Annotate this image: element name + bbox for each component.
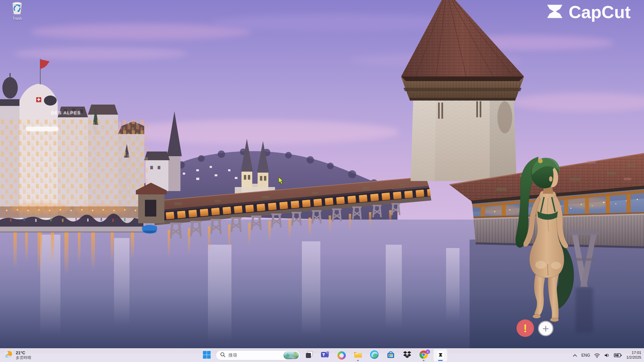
character-hair-tie (538, 159, 543, 163)
search-icon (220, 352, 226, 359)
taskbar-app-microsoft-store[interactable] (384, 349, 397, 361)
add-glyph: + (542, 323, 549, 334)
task-view-button[interactable] (303, 349, 315, 361)
search-daily-image (283, 351, 299, 359)
taskbar-app-dropbox[interactable] (400, 349, 414, 361)
capcut-watermark-text: CapCut (569, 2, 631, 22)
tray-date: 1/2/2025 (626, 355, 641, 360)
recycle-bin-label: Trash (12, 16, 22, 20)
widgets-weather-button[interactable]: 21°C 多雲時晴 (3, 349, 31, 362)
search-box[interactable]: 搜尋 (216, 350, 300, 360)
taskbar-app-file-explorer[interactable] (351, 349, 365, 361)
taskbar: 21°C 多雲時晴 搜尋 (0, 348, 644, 362)
teams-icon (321, 350, 329, 360)
tray-time: 17:01 (632, 351, 641, 355)
dropbox-icon (403, 351, 411, 360)
character-add-button[interactable]: + (538, 321, 553, 336)
recycle-bin-icon (11, 1, 23, 16)
wifi-icon[interactable] (594, 353, 600, 358)
battery-charging-icon[interactable] (614, 353, 622, 358)
recycle-bin-shortcut[interactable]: Trash (5, 1, 29, 20)
input-language-button[interactable]: ENG (581, 353, 590, 358)
mouse-cursor (278, 177, 284, 186)
capcut-app-icon (436, 350, 445, 361)
copilot-icon (337, 351, 346, 360)
desktop-character[interactable] (501, 149, 582, 327)
weather-icon (3, 350, 13, 361)
hotel-sign-text: DES ALPES (51, 110, 81, 115)
file-explorer-icon (354, 351, 363, 360)
clock[interactable]: 17:01 1/2/2025 (626, 351, 641, 360)
taskbar-app-copilot[interactable] (335, 349, 348, 361)
task-view-icon (305, 351, 313, 360)
character-alert-button[interactable]: ! (517, 319, 534, 337)
taskbar-app-edge[interactable] (368, 349, 381, 361)
microsoft-store-icon (386, 350, 395, 360)
alert-glyph: ! (523, 322, 527, 335)
weather-condition: 多雲時晴 (16, 356, 31, 360)
taskbar-app-teams[interactable] (318, 349, 332, 361)
search-placeholder: 搜尋 (228, 352, 281, 358)
volume-icon[interactable] (604, 353, 610, 358)
taskbar-app-capcut[interactable] (433, 349, 447, 362)
hidden-icons-chevron[interactable] (573, 354, 577, 357)
capcut-logo-icon (544, 3, 565, 21)
weather-temperature: 21°C (16, 351, 31, 355)
chrome-profile-badge: C (426, 350, 430, 354)
windows-logo-icon (203, 351, 211, 360)
start-button[interactable] (201, 349, 213, 361)
edge-icon (370, 350, 379, 360)
taskbar-app-chrome[interactable]: C (417, 349, 430, 361)
capcut-watermark: CapCut (544, 2, 631, 22)
